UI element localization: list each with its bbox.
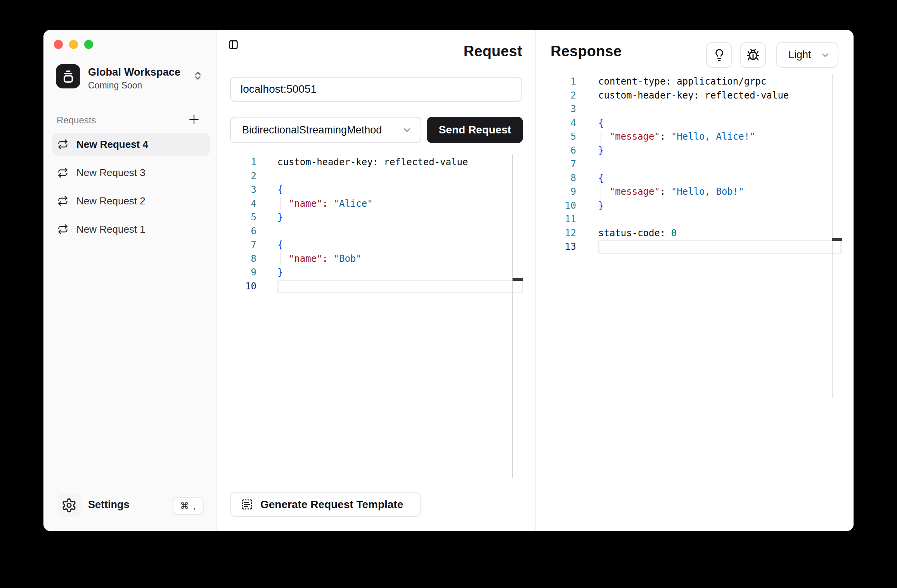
code-line: 5 "message": "Hello, Alice!" (536, 130, 842, 144)
indent-guide (601, 186, 601, 198)
response-title: Response (551, 43, 622, 60)
code-line: 8 "name": "Bob" (217, 252, 523, 266)
generate-request-template-button[interactable]: Generate Request Template (230, 492, 421, 517)
line-number: 6 (217, 225, 277, 239)
server-url-input[interactable] (230, 77, 522, 102)
code-line-content: "name": "Alice" (277, 197, 523, 211)
request-item-label: New Request 2 (76, 195, 145, 207)
code-line-content (277, 225, 523, 239)
response-editor[interactable]: 1content-type: application/grpc2custom-h… (536, 75, 842, 254)
indent-guide (280, 198, 281, 210)
sidebar-request-item[interactable]: New Request 4 (52, 133, 210, 156)
line-number: 10 (536, 199, 598, 213)
chevron-down-icon (820, 50, 831, 61)
repeat-arrows-icon (57, 167, 68, 178)
code-line-content: "message": "Hello, Alice!" (598, 130, 842, 144)
code-line: 13 (536, 240, 842, 254)
response-panel: Response Light 1content-type: applicatio… (535, 30, 854, 531)
tip-button[interactable] (706, 42, 732, 68)
code-line-content (598, 157, 842, 171)
sidebar-request-item[interactable]: New Request 2 (52, 189, 210, 213)
code-line-content: status-code: 0 (598, 227, 842, 240)
code-line: 9 "message": "Hello, Bob!" (536, 185, 842, 199)
line-number: 5 (536, 130, 598, 144)
code-line: 11 (536, 213, 842, 227)
settings-shortcut-badge: ⌘ , (173, 497, 204, 515)
sidebar-request-item[interactable]: New Request 1 (52, 218, 210, 241)
send-request-button[interactable]: Send Request (427, 117, 523, 143)
sidebar-request-item[interactable]: New Request 3 (52, 161, 210, 184)
response-editor-scrollbar-thumb[interactable] (832, 238, 842, 241)
requests-section-header: Requests (57, 115, 204, 126)
app-window: Global Workspace Coming Soon Requests Ne… (43, 30, 854, 531)
line-number: 3 (536, 102, 598, 116)
settings-label: Settings (88, 499, 130, 511)
code-line-content: custom-header-key: reflected-value (598, 89, 842, 103)
request-editor[interactable]: 1custom-header-key: reflected-value23{4 … (217, 156, 523, 293)
lightbulb-icon (713, 48, 726, 62)
method-dropdown-value: BidirectionalStreamingMethod (242, 124, 401, 136)
workspace-icon (56, 64, 80, 88)
request-panel: Request BidirectionalStreamingMethod Sen… (217, 30, 535, 531)
code-line: 8{ (536, 171, 842, 185)
method-dropdown[interactable]: BidirectionalStreamingMethod (230, 117, 421, 143)
theme-dropdown-value: Light (788, 49, 820, 61)
code-line: 10} (536, 199, 842, 213)
line-number: 5 (217, 211, 277, 225)
line-number: 9 (536, 185, 598, 199)
code-line-content: { (598, 116, 842, 130)
line-number: 7 (217, 238, 277, 252)
workspace-switcher[interactable]: Global Workspace Coming Soon (88, 66, 180, 91)
line-number: 7 (536, 157, 598, 171)
text-select-icon (241, 498, 253, 510)
line-number: 2 (217, 169, 277, 183)
traffic-light-close-button[interactable] (54, 40, 63, 49)
code-line-content: { (598, 171, 842, 185)
traffic-light-zoom-button[interactable] (84, 40, 93, 49)
line-number: 1 (217, 156, 277, 169)
workspace-name: Global Workspace (88, 66, 180, 78)
code-line-content: } (277, 211, 523, 225)
sidebar: Global Workspace Coming Soon Requests Ne… (43, 30, 217, 531)
line-number: 4 (536, 116, 598, 130)
bug-icon (746, 48, 760, 62)
sidebar-toggle-button[interactable] (228, 39, 240, 51)
settings-row[interactable]: Settings ⌘ , (43, 494, 217, 517)
request-title: Request (464, 43, 522, 60)
theme-dropdown[interactable]: Light (776, 42, 838, 68)
code-line: 6} (536, 144, 842, 158)
traffic-light-minimize-button[interactable] (69, 40, 78, 49)
code-line-content (277, 169, 523, 183)
plus-icon (188, 113, 200, 126)
code-line-content: } (598, 144, 842, 158)
code-line-content: { (277, 238, 523, 252)
active-code-line-content (598, 240, 842, 254)
requests-label: Requests (57, 115, 96, 126)
indent-guide (601, 131, 601, 143)
request-item-label: New Request 3 (76, 167, 145, 179)
repeat-arrows-icon (57, 224, 68, 235)
request-item-label: New Request 4 (76, 138, 148, 150)
repeat-arrows-icon (57, 139, 68, 150)
workspace-subtitle: Coming Soon (88, 80, 180, 91)
code-line-content: "name": "Bob" (277, 252, 523, 266)
debug-button[interactable] (740, 42, 766, 68)
line-number: 9 (217, 266, 277, 280)
indent-guide (280, 253, 281, 265)
code-line-content (598, 213, 842, 227)
code-line: 9} (217, 266, 523, 280)
add-request-button[interactable] (187, 112, 201, 126)
line-number: 13 (536, 240, 598, 254)
request-editor-scrollbar-thumb[interactable] (513, 278, 523, 281)
code-line: 7{ (217, 238, 523, 252)
chevrons-up-down-icon[interactable] (192, 69, 204, 82)
code-line-content (598, 102, 842, 116)
code-line: 2custom-header-key: reflected-value (536, 89, 842, 103)
code-line: 7 (536, 157, 842, 171)
gear-icon (57, 494, 81, 517)
request-editor-scrollbar-track (512, 154, 513, 478)
code-line-content: } (277, 266, 523, 280)
code-line: 10 (217, 280, 523, 294)
code-line: 4 "name": "Alice" (217, 197, 523, 211)
line-number: 4 (217, 197, 277, 211)
